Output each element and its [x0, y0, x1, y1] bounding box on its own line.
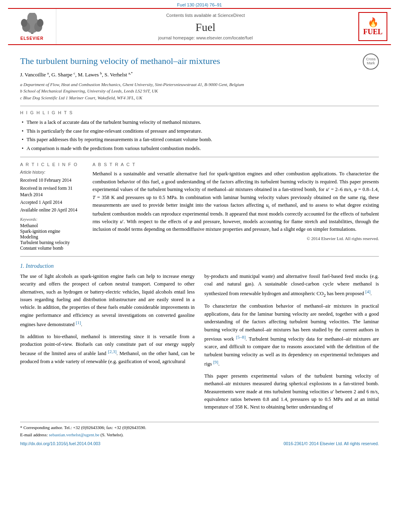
authors-line: J. Vancoillie a, G. Sharpe c, M. Lawes b…: [20, 71, 379, 78]
journal-homepage: journal homepage: www.elsevier.com/locat…: [158, 35, 253, 40]
keywords-label: Keywords:: [20, 217, 84, 222]
svg-point-4: [21, 19, 27, 27]
fuel-logo-box: 🔥 FUEL: [358, 12, 387, 41]
intro-left: The use of light alcohols as spark-ignit…: [20, 273, 195, 415]
date-revised: Received in revised form 31 March 2014: [20, 185, 84, 198]
highlights-list: There is a lack of accurate data of the …: [20, 118, 379, 153]
journal-ref-bar: Fuel 130 (2014) 76–91: [0, 0, 399, 8]
fuel-logo-area: 🔥 FUEL: [355, 9, 391, 44]
footnote-section: * Corresponding author. Tel.: +32 (0)926…: [20, 422, 379, 438]
journal-center: Contents lists available at ScienceDirec…: [56, 9, 355, 44]
divider-3: [20, 256, 379, 257]
keyword-bomb: Constant volume bomb: [20, 246, 84, 251]
fuel-logo-text: FUEL: [363, 28, 383, 36]
intro-right: by-products and municipal waste) and alt…: [204, 273, 379, 415]
elsevier-text: ELSEVIER: [21, 36, 43, 41]
affil-b: b School of Mechanical Engineering, Univ…: [20, 88, 379, 94]
copyright: © 2014 Elsevier Ltd. All rights reserved…: [93, 236, 379, 241]
article-info-col: A R T I C L E I N F O Article history: R…: [20, 162, 84, 251]
date-online: Available online 20 April 2014: [20, 207, 84, 213]
issn-text: 0016-2361/© 2014 Elsevier Ltd. All right…: [284, 441, 379, 446]
affiliations: a Department of Flow, Heat and Combustio…: [20, 81, 379, 101]
intro-para-2: In addition to bio-ethanol, methanol is …: [20, 333, 195, 366]
title-area: CrossMark The turbulent burning velocity…: [20, 55, 379, 67]
doi-link[interactable]: http://dx.doi.org/10.1016/j.fuel.2014.04…: [20, 441, 101, 446]
introduction-section: 1. Introduction The use of light alcohol…: [20, 263, 379, 415]
intro-para-1: The use of light alcohols as spark-ignit…: [20, 273, 195, 329]
elsevier-logo: ELSEVIER: [8, 9, 56, 44]
highlight-item: This is particularly the case for engine…: [20, 127, 379, 136]
highlights-header: H I G H L I G H T S: [20, 110, 379, 115]
abstract-text: Methanol is a sustainable and versatile …: [93, 170, 379, 233]
affil-a: a Department of Flow, Heat and Combustio…: [20, 81, 379, 88]
sciencedirect-text: Contents lists available at ScienceDirec…: [166, 13, 245, 18]
main-content: CrossMark The turbulent burning velocity…: [0, 45, 399, 454]
footnote-corresponding: * Corresponding author. Tel.: +32 (0)926…: [20, 425, 379, 431]
journal-ref: Fuel 130 (2014) 76–91: [177, 2, 222, 7]
keyword-spark: Spark-ignition engine: [20, 229, 84, 234]
intro-para-4: To characterize the combustion behavior …: [204, 302, 379, 368]
highlight-item: There is a lack of accurate data of the …: [20, 118, 379, 127]
keyword-turbulent: Turbulent burning velocity: [20, 240, 84, 245]
elsevier-tree-icon: [18, 13, 46, 35]
affil-c: c Blue Dog Scientific Ltd 1 Mariner Cour…: [20, 94, 379, 101]
keyword-modeling: Modeling: [20, 234, 84, 239]
footnote-email: E-mail address: sebastian.verhelst@ugent…: [20, 432, 379, 438]
journal-name: Fuel: [195, 21, 216, 34]
abstract-col: A B S T R A C T Methanol is a sustainabl…: [93, 162, 379, 251]
fuel-flame-icon: 🔥: [368, 17, 378, 28]
divider-2: [20, 157, 379, 157]
divider-1: [20, 106, 379, 106]
article-title: The turbulent burning velocity of methan…: [20, 55, 379, 67]
article-meta-section: A R T I C L E I N F O Article history: R…: [20, 162, 379, 251]
intro-body: The use of light alcohols as spark-ignit…: [20, 273, 379, 415]
intro-para-3: by-products and municipal waste) and alt…: [204, 273, 379, 299]
email-link[interactable]: sebastian.verhelst@ugent.be: [49, 432, 99, 437]
abstract-header: A B S T R A C T: [93, 162, 379, 167]
synthesized-word: synthesized: [204, 291, 228, 296]
footer-links: http://dx.doi.org/10.1016/j.fuel.2014.04…: [20, 441, 379, 446]
date-received: Received 10 February 2014: [20, 177, 84, 183]
journal-header: ELSEVIER Contents lists available at Sci…: [8, 8, 391, 45]
authors-text: J. Vancoillie a, G. Sharpe c, M. Lawes b…: [20, 72, 133, 78]
highlight-item: This paper addresses this by reporting m…: [20, 136, 379, 144]
highlight-item: A comparison is made with the prediction…: [20, 144, 379, 153]
date-accepted: Accepted 1 April 2014: [20, 199, 84, 205]
svg-point-5: [37, 19, 43, 27]
intro-title: 1. Introduction: [20, 263, 379, 269]
article-info-header: A R T I C L E I N F O: [20, 162, 84, 167]
intro-para-5: This paper presents experimental values …: [204, 372, 379, 411]
history-label: Article history:: [20, 170, 84, 175]
highlights-section: H I G H L I G H T S There is a lack of a…: [20, 110, 379, 153]
crossmark-badge: CrossMark: [363, 53, 379, 70]
keyword-methanol: Methanol: [20, 223, 84, 228]
